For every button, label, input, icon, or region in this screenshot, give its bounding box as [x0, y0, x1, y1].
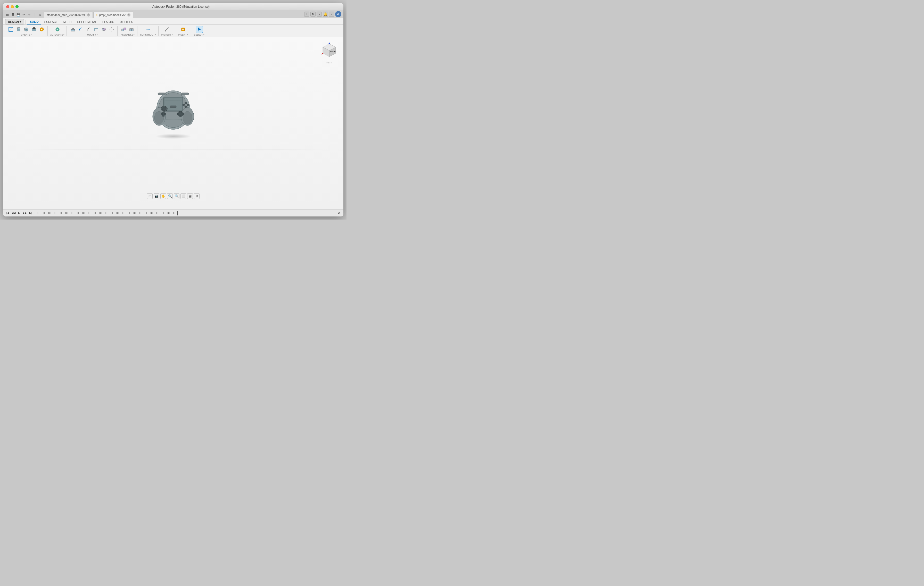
- timeline-item-4[interactable]: ⊞: [52, 211, 58, 216]
- tab-close-active-button[interactable]: ×: [127, 13, 130, 16]
- viewcube-svg: RIGHT Z: [320, 43, 338, 61]
- create-sketch-btn[interactable]: [7, 26, 15, 33]
- toolbar-group-insert: INSERT ▾: [176, 26, 191, 36]
- timeline-item-17[interactable]: ⊞: [126, 211, 131, 216]
- timeline-item-19[interactable]: ⊞: [137, 211, 143, 216]
- tab-sheet-metal[interactable]: SHEET METAL: [75, 20, 99, 24]
- help-button[interactable]: ?: [329, 12, 334, 17]
- timeline-item-5[interactable]: ⊞: [58, 211, 63, 216]
- zoom-out-button[interactable]: 🔍: [174, 193, 180, 199]
- go-end-button[interactable]: ▶|: [28, 211, 33, 216]
- viewcube[interactable]: RIGHT Z RIGHT: [320, 43, 338, 61]
- menu-button[interactable]: ☰: [11, 12, 15, 17]
- combine-btn[interactable]: [100, 26, 107, 33]
- undo-button[interactable]: ↩: [21, 12, 26, 17]
- home-button[interactable]: ⌂: [38, 12, 42, 17]
- zoom-button[interactable]: 🔍: [167, 193, 173, 199]
- toolbar-group-construct: CONSTRUCT ▾: [138, 26, 158, 36]
- display-button[interactable]: ▦: [187, 193, 193, 199]
- design-dropdown-arrow: ▾: [20, 20, 21, 23]
- save-button[interactable]: 💾: [16, 12, 21, 17]
- timeline-item-20[interactable]: ⊞: [143, 211, 148, 216]
- chamfer-btn[interactable]: [85, 26, 92, 33]
- tab-utilities[interactable]: UTILITIES: [117, 20, 135, 24]
- camera-button[interactable]: 📷: [153, 193, 159, 199]
- svg-point-32: [183, 111, 192, 124]
- view-cube-button[interactable]: ⬜: [180, 193, 186, 199]
- timeline-item-10[interactable]: ⊞: [86, 211, 92, 216]
- timeline-item-15[interactable]: ⊞: [115, 211, 120, 216]
- tab-mesh[interactable]: MESH: [61, 20, 74, 24]
- fillet-btn[interactable]: [77, 26, 84, 33]
- settings-button[interactable]: ⚙: [336, 211, 342, 216]
- assemble-btn1[interactable]: [120, 26, 127, 33]
- timeline-item-9[interactable]: ⊞: [81, 211, 86, 216]
- tab-close-button[interactable]: ×: [87, 13, 90, 16]
- notifications-button[interactable]: 🔔: [323, 12, 328, 17]
- select-btn[interactable]: [196, 26, 203, 33]
- tab-proj2-steamdeck[interactable]: ● proj2_steamdeck v5* ×: [93, 12, 133, 18]
- minimize-button[interactable]: [11, 5, 14, 8]
- close-button[interactable]: [6, 5, 9, 8]
- tab-surface[interactable]: SURFACE: [42, 20, 60, 24]
- orbit-button[interactable]: ⟳: [147, 193, 153, 199]
- viewport[interactable]: RIGHT Z RIGHT ⟳ 📷 ✋ 🔍 🔍 ⬜: [3, 37, 343, 209]
- timeline-item-22[interactable]: ⊞: [154, 211, 160, 216]
- design-dropdown-button[interactable]: DESIGN ▾: [5, 19, 24, 25]
- automate-btn[interactable]: [54, 26, 61, 33]
- assemble-btn2[interactable]: [128, 26, 135, 33]
- timeline-item-3[interactable]: ⊞: [47, 211, 52, 216]
- create-more-btn[interactable]: ★: [38, 26, 45, 33]
- timeline-item-2[interactable]: ⊞: [41, 211, 46, 216]
- go-start-button[interactable]: |◀: [5, 211, 10, 216]
- modify-label: MODIFY ▾: [87, 33, 98, 36]
- timeline-item-25[interactable]: ⊞: [172, 211, 177, 216]
- move-btn[interactable]: [108, 26, 115, 33]
- new-tab-button[interactable]: +: [304, 12, 309, 17]
- timeline-item-end[interactable]: [177, 211, 178, 216]
- pan-button[interactable]: ✋: [160, 193, 166, 199]
- maximize-button[interactable]: [15, 5, 18, 8]
- timeline-item-18[interactable]: ⊞: [132, 211, 137, 216]
- tab-solid[interactable]: SOLID: [27, 19, 41, 25]
- svg-point-5: [25, 28, 28, 30]
- svg-rect-45: [170, 105, 177, 108]
- timeline-item-24[interactable]: ⊞: [166, 211, 171, 216]
- insert-label: INSERT ▾: [178, 33, 188, 36]
- toolbar-group-assemble: ASSEMBLE ▾: [118, 26, 137, 36]
- online-button[interactable]: ●: [317, 12, 322, 17]
- construct-btn[interactable]: [144, 26, 152, 33]
- timeline-item-1[interactable]: ⊞: [35, 211, 40, 216]
- shell-btn[interactable]: [92, 26, 100, 33]
- traffic-lights: [6, 5, 18, 8]
- refresh-button[interactable]: ↻: [310, 12, 315, 17]
- press-pull-btn[interactable]: [69, 26, 77, 33]
- measure-btn[interactable]: [163, 26, 170, 33]
- play-button[interactable]: ▶: [16, 211, 21, 216]
- step-back-button[interactable]: ◀◀: [11, 211, 16, 216]
- svg-point-42: [185, 105, 186, 108]
- user-badge[interactable]: YL: [335, 11, 342, 17]
- timeline-item-13[interactable]: ⊞: [103, 211, 109, 216]
- apps-button[interactable]: ⊞: [5, 12, 10, 17]
- hole-btn[interactable]: [30, 26, 38, 33]
- timeline-item-8[interactable]: ⊞: [75, 211, 80, 216]
- timeline-item-23[interactable]: ⊞: [160, 211, 165, 216]
- timeline-item-16[interactable]: ⊞: [120, 211, 125, 216]
- timeline-item-12[interactable]: ⊞: [98, 211, 103, 216]
- grid-button[interactable]: ⊞: [194, 193, 200, 199]
- timeline-item-7[interactable]: ⊞: [69, 211, 74, 216]
- timeline-item-6[interactable]: ⊞: [64, 211, 69, 216]
- timeline-item-11[interactable]: ⊞: [92, 211, 97, 216]
- revolve-btn[interactable]: [23, 26, 30, 33]
- tab-controls: + ↻ ● 🔔 ? YL: [304, 11, 342, 17]
- nav-controls: ⟳ 📷 ✋ 🔍 🔍 ⬜ ▦ ⊞: [147, 193, 200, 199]
- tab-plastic[interactable]: PLASTIC: [100, 20, 117, 24]
- redo-button[interactable]: ↪: [27, 12, 31, 17]
- tab-steamdeck-step[interactable]: steamdeck_step_20220202 v1 ×: [44, 12, 93, 18]
- insert-btn[interactable]: [180, 26, 186, 33]
- step-forward-button[interactable]: ▶▶: [22, 211, 27, 216]
- timeline-item-14[interactable]: ⊞: [109, 211, 114, 216]
- extrude-btn[interactable]: [15, 26, 22, 33]
- timeline-item-21[interactable]: ⊞: [149, 211, 154, 216]
